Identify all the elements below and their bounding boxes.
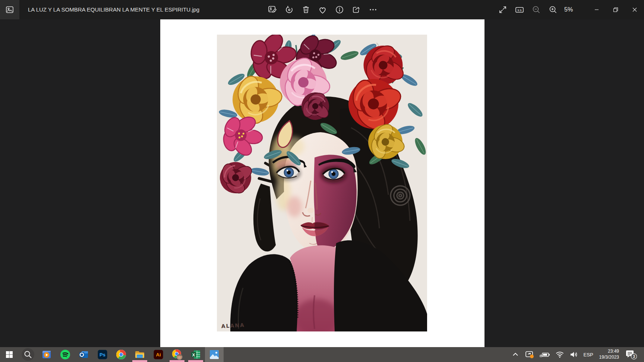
photoshop-icon: Ps xyxy=(97,349,108,360)
tray-wifi-button[interactable] xyxy=(553,347,567,362)
info-button[interactable] xyxy=(331,0,348,19)
wifi-icon xyxy=(555,350,564,359)
running-indicator xyxy=(170,360,184,362)
taskbar-photoshop[interactable]: Ps xyxy=(93,347,112,362)
svg-text:X: X xyxy=(192,353,195,357)
orange-status-dot xyxy=(530,355,534,358)
photo-canvas[interactable]: ALANA xyxy=(160,19,484,347)
photos-icon xyxy=(209,349,220,360)
tray-volume-button[interactable] xyxy=(567,347,581,362)
zoom-out-icon xyxy=(531,5,541,15)
tray-date: 19/3/2023 xyxy=(599,355,619,360)
taskbar-chrome-profile[interactable] xyxy=(168,347,186,362)
info-icon xyxy=(335,5,344,15)
outlook-icon xyxy=(79,349,89,360)
battery-icon xyxy=(540,350,550,359)
favorite-button[interactable] xyxy=(314,0,331,19)
minimize-button[interactable] xyxy=(587,0,606,19)
photos-glyph-icon xyxy=(5,5,14,14)
running-indicator xyxy=(188,360,203,362)
search-icon xyxy=(21,348,35,361)
windows-start-icon xyxy=(6,351,13,358)
svg-text:Ai: Ai xyxy=(156,352,161,358)
edit-image-button[interactable] xyxy=(264,0,281,19)
taskbar: Ps xyxy=(0,347,644,362)
restore-button[interactable] xyxy=(606,0,625,19)
tray-clock[interactable]: 23:49 19/3/2023 xyxy=(596,347,622,362)
minimize-icon xyxy=(593,6,601,14)
rotate-button[interactable] xyxy=(281,0,297,19)
close-icon xyxy=(631,6,639,14)
taskbar-apps: Ps xyxy=(0,347,224,362)
taskbar-photos-active[interactable] xyxy=(205,347,224,362)
taskbar-illustrator[interactable]: Ai xyxy=(149,347,168,362)
taskbar-outlook[interactable] xyxy=(75,347,93,362)
notification-count: 3 xyxy=(633,355,635,359)
tray-app-notification-button[interactable] xyxy=(522,347,537,362)
restore-icon xyxy=(612,6,620,14)
cast-icon xyxy=(525,350,534,359)
share-icon xyxy=(351,5,361,15)
movies-tv-icon xyxy=(41,349,52,360)
actual-size-icon: 1:1 xyxy=(515,5,524,15)
taskbar-spotify[interactable] xyxy=(56,347,75,362)
zoom-level: 5% xyxy=(564,6,579,13)
zoom-controls: 1:1 5% xyxy=(494,0,579,19)
tray-battery-button[interactable] xyxy=(537,347,553,362)
rotate-icon xyxy=(284,5,294,15)
zoom-in-icon xyxy=(548,5,558,15)
action-center-button[interactable]: 3 xyxy=(622,347,640,362)
taskbar-chrome[interactable] xyxy=(112,347,130,362)
close-button[interactable] xyxy=(625,0,644,19)
start-button[interactable] xyxy=(0,347,19,362)
search-button[interactable] xyxy=(19,347,37,362)
delete-icon xyxy=(301,5,311,15)
actual-size-button[interactable]: 1:1 xyxy=(511,0,528,19)
tray-chevron-button[interactable] xyxy=(509,347,522,362)
chrome-profile-icon xyxy=(171,349,183,360)
filename: LA LUZ Y LA SOMBRA EQUILIBRAN LA MENTE Y… xyxy=(28,0,199,19)
painting: ALANA xyxy=(217,35,427,331)
titlebar: LA LUZ Y LA SOMBRA EQUILIBRAN LA MENTE Y… xyxy=(0,0,644,19)
zoom-out-button[interactable] xyxy=(528,0,544,19)
screen: LA LUZ Y LA SOMBRA EQUILIBRAN LA MENTE Y… xyxy=(0,0,644,362)
svg-text:Ps: Ps xyxy=(100,352,105,358)
fullscreen-icon xyxy=(498,5,507,14)
running-indicator xyxy=(132,360,147,362)
see-more-icon xyxy=(368,5,378,15)
chevron-up-icon xyxy=(511,350,520,359)
share-button[interactable] xyxy=(348,0,364,19)
illustrator-icon: Ai xyxy=(153,349,164,360)
spotify-icon xyxy=(60,349,70,360)
fullscreen-button[interactable] xyxy=(494,0,511,19)
actual-size-label: 1:1 xyxy=(517,9,522,12)
tray-language[interactable]: ESP xyxy=(581,347,596,362)
taskbar-movies-tv[interactable] xyxy=(37,347,56,362)
photo-toolbar xyxy=(264,0,381,19)
edit-image-icon xyxy=(268,5,277,15)
excel-icon: X xyxy=(190,349,201,360)
file-explorer-icon xyxy=(135,349,145,360)
photo-viewer: ALANA xyxy=(0,19,644,347)
photos-app-icon xyxy=(0,0,19,19)
delete-button[interactable] xyxy=(297,0,314,19)
tray-time: 23:49 xyxy=(608,349,619,354)
system-tray: ESP 23:49 19/3/2023 3 xyxy=(509,347,644,362)
action-center-icon: 3 xyxy=(625,349,637,360)
chrome-icon xyxy=(116,349,126,360)
zoom-in-button[interactable] xyxy=(544,0,561,19)
favorite-heart-icon xyxy=(318,5,328,15)
taskbar-excel[interactable]: X xyxy=(186,347,205,362)
painting-signature: ALANA xyxy=(221,322,245,329)
taskbar-file-explorer[interactable] xyxy=(130,347,149,362)
window-controls xyxy=(587,0,644,19)
see-more-button[interactable] xyxy=(364,0,381,19)
volume-icon xyxy=(569,350,578,359)
